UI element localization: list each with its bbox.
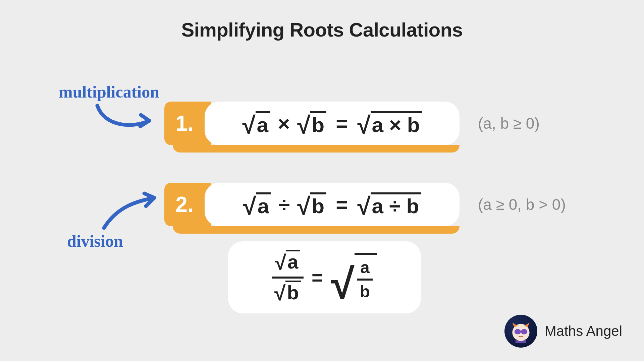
sqrt-a-2: a bbox=[256, 192, 271, 217]
sqrt-a-1: a bbox=[256, 111, 270, 135]
sqrt-over-fraction: √ a b bbox=[331, 253, 377, 302]
rule-multiplication: 1. √a × √b = √a × b (a, b ≥ 0) bbox=[164, 102, 540, 145]
frac-den-b: b bbox=[285, 281, 301, 302]
rule-number-1: 1. bbox=[164, 102, 211, 145]
frac-inner-b: b bbox=[357, 279, 373, 301]
rule-shadow-1 bbox=[173, 145, 460, 153]
rule-shadow-2 bbox=[173, 226, 460, 234]
formula-division: √a ÷ √b = √a ÷ b bbox=[205, 183, 460, 226]
condition-1: (a, b ≥ 0) bbox=[478, 114, 540, 132]
sqrt-b-1: b bbox=[310, 111, 326, 135]
sqrt-ab-1: a × b bbox=[371, 111, 422, 135]
equals-1: = bbox=[336, 112, 348, 135]
frac-inner-a: a bbox=[358, 258, 372, 279]
formula-multiplication: √a × √b = √a × b bbox=[205, 102, 460, 145]
brand-text: Maths Angel bbox=[545, 323, 622, 339]
sqrt-ab-2: a ÷ b bbox=[371, 192, 421, 217]
brand-logo-icon bbox=[504, 315, 537, 348]
rule-number-1-text: 1. bbox=[175, 111, 193, 136]
sqrt-b-2: b bbox=[310, 192, 326, 217]
frac-num-a: a bbox=[286, 250, 300, 272]
svg-rect-3 bbox=[520, 331, 522, 332]
svg-point-1 bbox=[515, 329, 521, 335]
arrow-division-icon bbox=[97, 189, 161, 233]
annotation-multiplication: multiplication bbox=[59, 82, 159, 102]
svg-point-2 bbox=[521, 329, 527, 335]
brand: Maths Angel bbox=[504, 315, 622, 348]
annotation-division: division bbox=[67, 231, 123, 251]
operator-div: ÷ bbox=[278, 193, 290, 217]
formula-fraction-form: √a √b = √ a b bbox=[228, 241, 421, 313]
operator-mult: × bbox=[278, 112, 290, 135]
fraction-left: √a √b bbox=[272, 250, 304, 305]
arrow-multiplication-icon bbox=[91, 102, 158, 132]
rule-number-2-text: 2. bbox=[175, 192, 193, 217]
equals-2: = bbox=[336, 193, 348, 217]
equals-frac: = bbox=[312, 266, 323, 289]
condition-2: (a ≥ 0, b > 0) bbox=[478, 195, 566, 214]
rule-division: 2. √a ÷ √b = √a ÷ b (a ≥ 0, b > 0) bbox=[164, 183, 566, 226]
page-title: Simplifying Roots Calculations bbox=[0, 18, 644, 41]
rule-number-2: 2. bbox=[164, 183, 211, 226]
